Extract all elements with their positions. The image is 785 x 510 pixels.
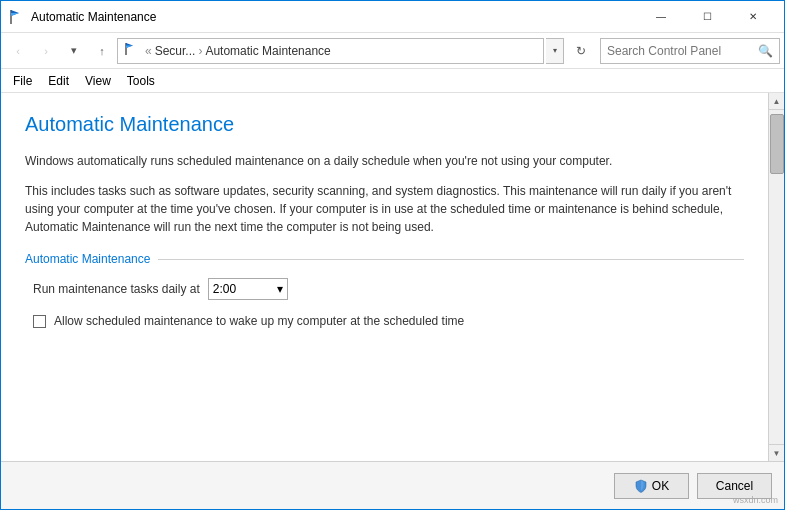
- path-dropdown-button[interactable]: ▾: [546, 38, 564, 64]
- maximize-button[interactable]: ☐: [684, 1, 730, 33]
- path-separator1: ›: [198, 44, 202, 58]
- time-dropdown-value: 2:00: [213, 282, 236, 296]
- scrollbar-up-arrow[interactable]: ▲: [769, 93, 785, 110]
- search-icon: 🔍: [758, 44, 773, 58]
- window-icon: [9, 9, 25, 25]
- recent-locations-button[interactable]: ▾: [61, 38, 87, 64]
- search-box[interactable]: 🔍: [600, 38, 780, 64]
- wake-checkbox-label: Allow scheduled maintenance to wake up m…: [54, 314, 464, 328]
- addressbar: ‹ › ▾ ↑ « Secur... › Automatic Maintenan…: [1, 33, 784, 69]
- search-input[interactable]: [607, 44, 758, 58]
- description1: Windows automatically runs scheduled mai…: [25, 152, 744, 170]
- watermark: wsxdn.com: [733, 495, 778, 505]
- scrollbar-down-arrow[interactable]: ▼: [769, 444, 785, 461]
- content-scroll: Automatic Maintenance Windows automatica…: [1, 93, 768, 461]
- form-row: Run maintenance tasks daily at 2:00 ▾: [25, 278, 744, 300]
- scrollbar-thumb[interactable]: [770, 114, 784, 174]
- bottom-bar: OK Cancel: [1, 461, 784, 509]
- menu-file[interactable]: File: [5, 71, 40, 91]
- menu-edit[interactable]: Edit: [40, 71, 77, 91]
- refresh-button[interactable]: ↻: [568, 38, 594, 64]
- path-part1: Secur...: [155, 44, 196, 58]
- menu-tools[interactable]: Tools: [119, 71, 163, 91]
- up-button[interactable]: ↑: [89, 38, 115, 64]
- minimize-button[interactable]: —: [638, 1, 684, 33]
- path-flag-icon: [124, 42, 138, 59]
- cancel-label: Cancel: [716, 479, 753, 493]
- wake-checkbox[interactable]: [33, 315, 46, 328]
- menubar: File Edit View Tools: [1, 69, 784, 93]
- window-title: Automatic Maintenance: [31, 10, 638, 24]
- main-window: Automatic Maintenance — ☐ ✕ ‹ › ▾ ↑ « Se…: [0, 0, 785, 510]
- close-button[interactable]: ✕: [730, 1, 776, 33]
- section-divider: [158, 259, 744, 260]
- forward-button[interactable]: ›: [33, 38, 59, 64]
- path-part2: Automatic Maintenance: [205, 44, 330, 58]
- titlebar: Automatic Maintenance — ☐ ✕: [1, 1, 784, 33]
- time-dropdown-arrow: ▾: [277, 282, 283, 296]
- svg-marker-2: [11, 13, 19, 16]
- svg-marker-5: [126, 46, 133, 49]
- page-title: Automatic Maintenance: [25, 113, 744, 136]
- address-path[interactable]: « Secur... › Automatic Maintenance: [117, 38, 544, 64]
- form-label: Run maintenance tasks daily at: [33, 282, 200, 296]
- titlebar-controls: — ☐ ✕: [638, 1, 776, 33]
- ok-button[interactable]: OK: [614, 473, 689, 499]
- menu-view[interactable]: View: [77, 71, 119, 91]
- content-wrapper: Automatic Maintenance Windows automatica…: [1, 93, 784, 461]
- scrollbar-track: ▲ ▼: [768, 93, 784, 461]
- checkbox-row: Allow scheduled maintenance to wake up m…: [25, 314, 744, 328]
- path-separator-left: «: [145, 44, 152, 58]
- section-header: Automatic Maintenance: [25, 252, 744, 266]
- back-button[interactable]: ‹: [5, 38, 31, 64]
- shield-icon: [634, 479, 648, 493]
- time-dropdown[interactable]: 2:00 ▾: [208, 278, 288, 300]
- ok-label: OK: [652, 479, 669, 493]
- section-title: Automatic Maintenance: [25, 252, 150, 266]
- description2: This includes tasks such as software upd…: [25, 182, 744, 236]
